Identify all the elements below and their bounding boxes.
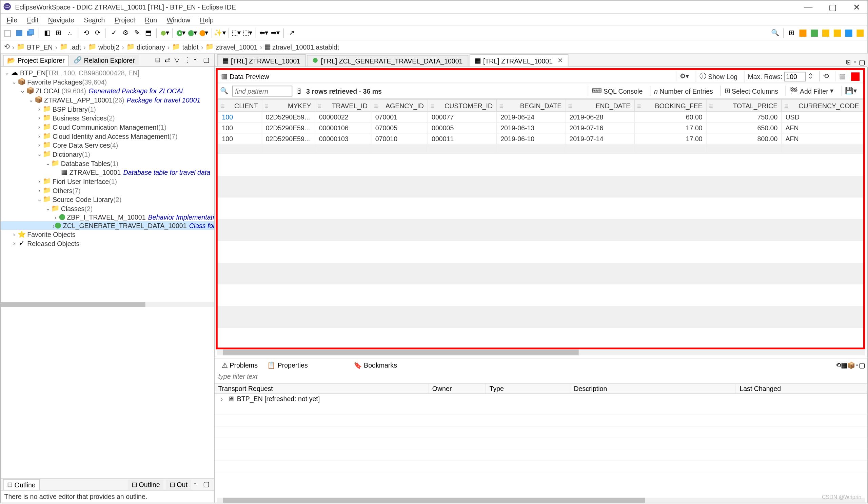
persp-icon-6[interactable] — [844, 28, 854, 38]
dp-grid-icon[interactable]: ▦ — [835, 71, 849, 81]
persp-icon-1[interactable]: ⊞ — [787, 28, 796, 38]
column-header[interactable]: ≡MYKEY — [262, 99, 315, 111]
cell[interactable]: AFN — [782, 133, 863, 144]
persp-icon-3[interactable] — [810, 28, 819, 38]
filter-icon[interactable]: ▽ — [174, 56, 183, 64]
cell[interactable]: 2019-06-28 — [566, 111, 634, 122]
back-icon[interactable]: ⬅▾ — [259, 28, 269, 38]
tab-bookmarks[interactable]: 🔖Bookmarks — [349, 360, 402, 370]
tab-problems[interactable]: ⚠Problems — [217, 360, 262, 370]
tab-relation-explorer[interactable]: 🔗 Relation Explorer — [70, 55, 139, 65]
tree-others[interactable]: ›📁Others (7) — [1, 186, 214, 195]
minimize-icon[interactable]: ⁃ — [194, 480, 202, 489]
cell[interactable]: 650.00 — [706, 122, 782, 133]
table-row[interactable]: 10002D5290E59...000001030700100000112019… — [218, 133, 863, 144]
dp-horizontal-scrollbar[interactable] — [217, 349, 865, 355]
max-rows-input[interactable] — [784, 72, 806, 81]
dp-options-icon[interactable]: ⚙▾ — [675, 71, 693, 81]
cell[interactable]: 2019-07-14 — [566, 133, 634, 144]
link-icon[interactable]: ↗ — [287, 28, 296, 38]
cell[interactable]: 100 — [218, 122, 262, 133]
tab-properties[interactable]: 📋Properties — [262, 360, 313, 370]
column-header[interactable]: ≡BOOKING_FEE — [634, 99, 706, 111]
cell[interactable]: 000005 — [427, 122, 496, 133]
tb-icon-5[interactable]: ⟳ — [93, 28, 102, 38]
tree-source-lib[interactable]: ⌄📁Source Code Library (2) — [1, 195, 214, 204]
tree-classes[interactable]: ⌄📁Classes (2) — [1, 204, 214, 213]
tb-icon-7[interactable]: ⚙ — [121, 28, 130, 38]
cell[interactable]: 2019-06-24 — [496, 111, 565, 122]
sql-console-button[interactable]: ⌨ SQL Console — [588, 85, 646, 96]
tree-fiori[interactable]: ›📁Fiori User Interface (1) — [1, 177, 214, 186]
maximize-icon[interactable]: ▢ — [203, 56, 211, 64]
collapse-icon[interactable]: ⊟ — [155, 56, 163, 64]
menu-edit[interactable]: Edit — [22, 15, 43, 24]
num-entries-button[interactable]: n Number of Entries — [650, 86, 717, 95]
menu-window[interactable]: Window — [162, 15, 195, 24]
bc-item-1[interactable]: 📁.adt — [60, 43, 81, 51]
minimize-icon[interactable]: ⁃ — [853, 58, 857, 66]
cell[interactable]: 070001 — [371, 111, 427, 122]
tree-dict[interactable]: ⌄📁Dictionary (1) — [1, 150, 214, 159]
tree-fav-obj[interactable]: ›⭐Favorite Objects — [1, 230, 214, 239]
project-tree[interactable]: ⌄☁BTP_EN [TRL, 100, CB9980000428, EN] ⌄📦… — [1, 67, 214, 478]
cell[interactable]: AFN — [782, 122, 863, 133]
dp-refresh-icon[interactable]: ⟲ — [819, 71, 833, 81]
show-log-button[interactable]: ⓘ Show Log — [695, 71, 741, 82]
tree-cloud-comm[interactable]: ›📁Cloud Communication Management (1) — [1, 122, 214, 132]
tb-icon-8[interactable]: ✎ — [132, 28, 141, 38]
maximize-icon[interactable]: ▢ — [859, 58, 865, 66]
tab-outline[interactable]: ⊟Outline — [3, 479, 40, 490]
cell[interactable]: USD — [782, 111, 863, 122]
bc-item-5[interactable]: 📁ztravel_10001 — [206, 43, 257, 51]
dp-export-icon[interactable]: 💾▾ — [841, 85, 861, 96]
cell[interactable]: 100 — [218, 111, 262, 122]
table-row[interactable]: 10002D5290E59...000001060700050000052019… — [218, 122, 863, 133]
cell[interactable]: 000011 — [427, 133, 496, 144]
tb-icon-1[interactable]: ◧ — [42, 28, 52, 38]
save-all-icon[interactable] — [26, 28, 35, 38]
tree-business[interactable]: ›📁Business Services (2) — [1, 113, 214, 122]
menu-run[interactable]: Run — [140, 15, 162, 24]
th-transport[interactable]: Transport Request — [215, 384, 428, 393]
column-header[interactable]: ≡TRAVEL_ID — [315, 99, 371, 111]
persp-icon-7[interactable] — [856, 28, 865, 38]
filter-icon[interactable]: 🎚 — [296, 87, 303, 94]
close-button[interactable]: ✕ — [848, 1, 865, 13]
tab-project-explorer[interactable]: 📂 Project Explorer — [3, 55, 69, 65]
cell[interactable]: 02D5290E59... — [262, 111, 315, 122]
tree-cloud-id[interactable]: ›📁Cloud Identity and Access Management (… — [1, 132, 214, 141]
run3-icon[interactable]: ▾ — [199, 28, 208, 38]
table-row[interactable]: 10002D5290E59...000000220700010000772019… — [218, 111, 863, 122]
wand-icon[interactable]: ✨▾ — [215, 28, 225, 38]
th-owner[interactable]: Owner — [428, 384, 486, 393]
cell[interactable]: 100 — [218, 133, 262, 144]
data-grid[interactable]: ≡CLIENT≡MYKEY≡TRAVEL_ID≡AGENCY_ID≡CUSTOM… — [218, 99, 863, 347]
dp-stop-icon[interactable] — [851, 72, 859, 80]
cell[interactable]: 00000103 — [315, 133, 371, 144]
cell[interactable]: 00000106 — [315, 122, 371, 133]
editor-tab-1[interactable]: [TRL] ZCL_GENERATE_TRAVEL_DATA_10001 — [307, 55, 468, 67]
cell[interactable]: 2019-06-13 — [496, 122, 565, 133]
tree-ztravel-table[interactable]: ▦ZTRAVEL_10001Database table for travel … — [1, 168, 214, 177]
column-header[interactable]: ≡CLIENT — [218, 99, 262, 111]
th-description[interactable]: Description — [570, 384, 736, 393]
bc-item-0[interactable]: 📁BTP_EN — [17, 43, 53, 51]
tb-icon-9[interactable]: ⬒ — [143, 28, 153, 38]
bc-item-4[interactable]: 📁tabldt — [172, 43, 198, 51]
run2-icon[interactable]: ▾ — [187, 28, 197, 38]
tree-scrollbar[interactable] — [1, 302, 214, 307]
bottom-scrollbar[interactable] — [217, 498, 865, 503]
cell[interactable]: 070010 — [371, 133, 427, 144]
bottom-icon-2[interactable]: ▦ — [841, 361, 847, 369]
bottom-icon-3[interactable]: 📦 — [847, 361, 856, 369]
bc-item-3[interactable]: 📁dictionary — [126, 43, 165, 51]
minimize-button[interactable]: — — [800, 1, 817, 13]
cell[interactable]: 2019-06-10 — [496, 133, 565, 144]
column-header[interactable]: ≡CURRENCY_CODE — [782, 99, 863, 111]
debug-icon[interactable]: ▾ — [160, 28, 169, 38]
cell[interactable]: 000077 — [427, 111, 496, 122]
cell[interactable]: 00000022 — [315, 111, 371, 122]
link-editor-icon[interactable]: ⇄ — [164, 56, 173, 64]
bc-item-6[interactable]: ▦ztravel_10001.astabldt — [265, 43, 339, 51]
